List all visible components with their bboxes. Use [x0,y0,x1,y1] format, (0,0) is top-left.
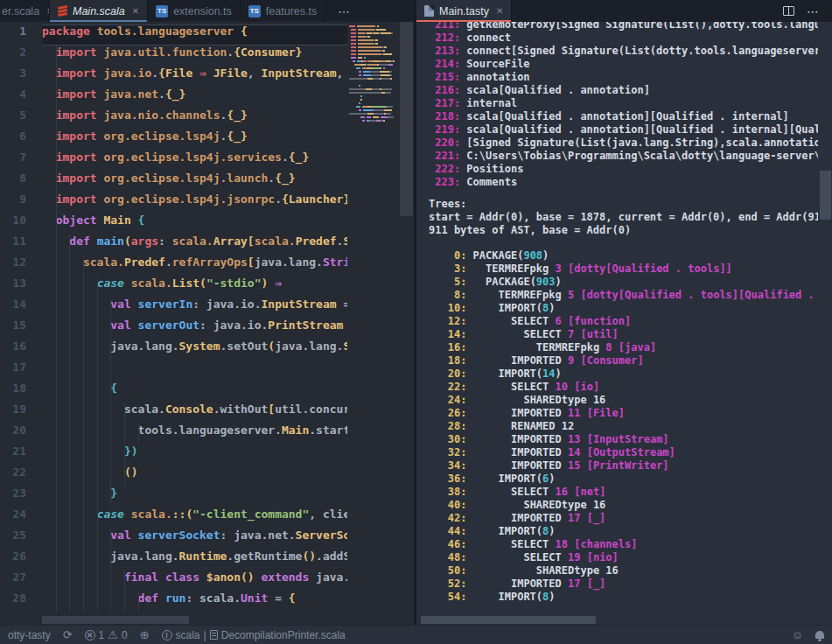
indent-guide [110,424,111,444]
code-line-text: { [42,382,347,402]
tasty-line: 50: SHAREDtype 16 [429,564,818,578]
git-branch-item[interactable]: otty-tasty [2,626,57,644]
error-count: 1 [99,629,105,641]
tasty-output-surface[interactable]: 211: getRemoteProxy[Signed Signature(Lis… [429,22,818,625]
indent-guide [83,256,84,276]
code-line-text: def main(args: scala.Array[scala.Predef.… [42,234,347,256]
indent-guide [83,528,84,550]
split-editor-icon[interactable] [783,6,794,16]
indent-guide [69,528,70,550]
tasty-line: 219: scala[Qualified . annotation][Quali… [429,123,818,136]
scala-code-surface[interactable]: 1package tools.languageserver {2 import … [0,22,347,625]
minimap-row [349,32,399,34]
file-icon [210,630,218,640]
indent-guide [83,550,84,570]
indent-guide [83,340,84,360]
indent-guide [69,318,70,340]
more-actions-button[interactable]: ⋯ [807,4,820,18]
right-vertical-scrollbar[interactable] [819,22,832,625]
right-vertical-scrollbar-thumb[interactable] [820,171,831,220]
notifications-button[interactable] [809,626,830,644]
editor-main-tasty[interactable]: 211: getRemoteProxy[Signed Signature(Lis… [416,22,832,625]
language-mode-label: scala [176,629,200,641]
minimap-row [349,85,399,87]
code-line-text [42,360,347,382]
minimap-row [349,109,399,111]
line-number: 3 [0,66,26,88]
feedback-button[interactable]: ☺ [786,626,809,644]
minimap[interactable] [349,22,399,625]
code-line-text: } [42,486,347,508]
tab-features-ts[interactable]: TSfeatures.ts [241,0,325,22]
globe-icon: ⊕ [140,628,150,641]
minimap-row [349,29,399,31]
globe-item[interactable]: ⊕ [134,626,156,644]
indent-guide [56,360,57,382]
tasty-line: 220: [Signed Signature(List(java.lang.St… [429,136,818,150]
code-line: 23 } [0,486,347,508]
line-number: 24 [0,508,26,528]
code-line-text: import org.eclipse.lsp4j.services.{_} [42,150,347,172]
code-line-text: import org.eclipse.lsp4j.jsonrpc.{Launch… [42,192,347,214]
tasty-line: 48: SELECT 19 [nio] [429,551,818,564]
problems-item[interactable]: ✕ 1 ⚠ 0 [79,626,134,644]
left-horizontal-scrollbar-thumb[interactable] [42,616,189,624]
more-tabs-button[interactable]: ⋯ [331,0,357,22]
indent-guide [83,466,84,486]
indent-guide [56,256,57,276]
code-line: 6 import org.eclipse.lsp4j.{_} [0,130,347,150]
left-vertical-scrollbar[interactable] [399,22,414,625]
minimap-row [349,64,399,66]
minimap-row [349,50,399,52]
tasty-line: 34: IMPORTED 15 [PrintWriter] [429,459,818,472]
minimap-row [349,99,399,101]
tab-extension-ts[interactable]: TSextension.ts [148,0,241,22]
sync-button[interactable]: ⟳ [57,626,79,644]
right-horizontal-scrollbar-thumb[interactable] [421,616,596,624]
indent-guide [124,592,125,612]
tab-label: features.ts [266,5,317,18]
code-line-text: val serverIn: java.io.InputStream = [42,298,347,318]
left-vertical-scrollbar-thumb[interactable] [400,22,413,216]
indent-guide [97,402,98,424]
tasty-line: 40: SHAREDtype 16 [429,499,818,512]
code-line: 1package tools.languageserver { [0,24,347,46]
indent-guide [69,466,70,486]
indent-guide [83,402,84,424]
indent-guide [124,424,125,444]
code-line-text: val serverSocket: java.net.ServerSoc [42,528,347,550]
typescript-file-icon: TS [156,5,168,18]
tasty-line: 36: IMPORT(6) [429,472,818,486]
tasty-line: start = Addr(0), base = 1878, current = … [429,211,818,224]
indent-guide [69,382,70,402]
editor-main-scala[interactable]: 1package tools.languageserver {2 import … [0,22,416,625]
code-line: 20 tools.languageserver.Main.startS [0,424,347,444]
indent-guide [69,508,70,528]
code-line-text: val serverOut: java.io.PrintStream = [42,318,347,340]
indent-guide [97,486,98,508]
tab-close-icon[interactable]: ✕ [132,6,139,16]
indent-guide [110,382,111,402]
indent-guide [110,444,111,466]
indent-guide [56,276,57,298]
code-line-text: case scala.::("-client_command", clien [42,508,347,528]
tab-er-scala[interactable]: er.scala✕ [0,0,50,22]
code-line-text: import java.net.{_} [42,88,347,108]
minimap-row [349,53,399,55]
code-line: 16 java.lang.System.setOut(java.lang.Sy [0,340,347,360]
indent-guide [56,234,57,256]
indent-guide [97,550,98,570]
code-line: 7 import org.eclipse.lsp4j.services.{_} [0,150,347,172]
tab-main-tasty[interactable]: Main.tasty✕ [416,0,512,22]
tab-main-scala[interactable]: Main.scala✕ [50,0,148,22]
indent-guide [56,592,57,612]
tasty-line: 213: connect[Signed Signature(List(dotty… [429,45,818,58]
language-status-item[interactable]: ! scala | DecompilationPrinter.scala [156,626,352,644]
code-line: 26 java.lang.Runtime.getRuntime().addSh [0,550,347,570]
tasty-line: 46: SELECT 18 [channels] [429,538,818,551]
tasty-line: Trees: [429,198,818,211]
tab-close-icon[interactable]: ✕ [496,6,503,16]
line-number: 20 [0,424,26,444]
code-line: 12 scala.Predef.refArrayOps[java.lang.St… [0,256,347,276]
tasty-line: 212: connect [429,32,818,45]
